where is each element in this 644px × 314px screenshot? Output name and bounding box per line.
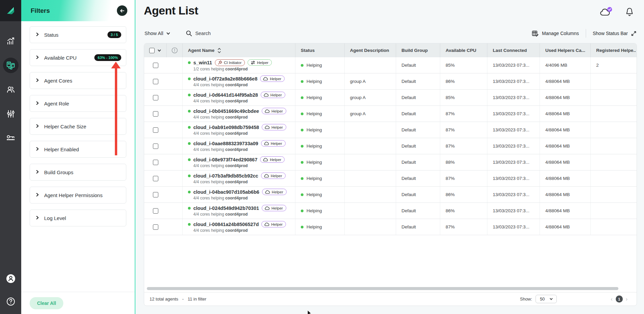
page-size-group: Show: 50 xyxy=(520,295,557,303)
filter-agent-role[interactable]: Agent Role xyxy=(30,95,126,112)
filter-helper-cache-size[interactable]: Helper Cache Size xyxy=(30,118,126,135)
badge-helper: Helper xyxy=(262,189,287,195)
table-row[interactable]: cloud_i-0b0451669c49cbdeeHelper4/4 cores… xyxy=(144,106,637,122)
header-available-cpu[interactable]: Available CPU xyxy=(440,43,487,57)
agent-description-cell: group A xyxy=(345,106,396,122)
notifications-button[interactable] xyxy=(625,7,634,17)
agent-name-cell: cloud_i-024d549d942b70301Helper4/4 cores… xyxy=(183,203,295,219)
nav-analytics-icon[interactable] xyxy=(3,33,19,49)
manage-columns-button[interactable]: Manage Columns xyxy=(532,30,579,37)
row-select-cell xyxy=(144,187,167,202)
row-checkbox[interactable] xyxy=(153,79,158,84)
app-logo[interactable] xyxy=(0,0,21,21)
nav-rail xyxy=(0,0,21,314)
clear-all-button[interactable]: Clear All xyxy=(30,297,63,309)
agent-name: cloud_i-0aae8883239733a09 xyxy=(193,141,258,146)
next-page-button[interactable]: › xyxy=(626,296,627,302)
agent-status-cell: Helping xyxy=(295,90,345,105)
row-checkbox[interactable] xyxy=(153,144,158,149)
table-row[interactable]: cloud_i-00841a24b8506527dHelper4/4 cores… xyxy=(144,219,637,235)
registered-helpers-cell xyxy=(591,154,637,170)
chevron-right-icon xyxy=(35,77,39,84)
prev-page-button[interactable]: ‹ xyxy=(611,296,612,302)
filter-available-cpu[interactable]: Available CPU63% - 100% xyxy=(30,49,126,66)
agent-name-cell: cloud_i-07b3af9db85cb92ccHelper4/4 cores… xyxy=(183,170,295,186)
filter-helper-enabled[interactable]: Helper Enabled xyxy=(30,141,126,158)
header-build-group[interactable]: Build Group xyxy=(396,43,440,57)
registered-helpers-cell xyxy=(591,106,637,122)
filter-label: Agent Cores xyxy=(44,78,72,84)
table-row[interactable]: s_win11CI InitiatorHelper1/2 cores helpi… xyxy=(144,57,637,73)
sort-icon[interactable] xyxy=(218,48,221,53)
filter-agent-cores[interactable]: Agent Cores xyxy=(30,72,126,89)
filter-build-groups[interactable]: Build Groups xyxy=(30,164,126,181)
row-checkbox[interactable] xyxy=(153,127,158,133)
online-dot xyxy=(188,207,191,210)
header-agent-name[interactable]: Agent Name xyxy=(183,43,295,57)
row-select-cell xyxy=(144,106,167,122)
agent-name-cell: cloud_i-0b0451669c49cbdeeHelper4/4 cores… xyxy=(183,106,295,122)
select-all-checkbox[interactable] xyxy=(149,48,155,53)
header-status[interactable]: Status xyxy=(295,43,345,57)
filter-agent-helper-permissions[interactable]: Agent Helper Permissions xyxy=(30,187,126,203)
table-row[interactable]: cloud_i-0aae8883239733a09Helper4/4 cores… xyxy=(144,138,637,154)
horizontal-scrollbar-thumb[interactable] xyxy=(147,287,618,290)
agent-name-cell: cloud_i-0d6441d144f95ab28Helper4/4 cores… xyxy=(183,90,295,105)
row-checkbox[interactable] xyxy=(153,192,158,197)
row-alert-cell xyxy=(167,219,183,235)
table-row[interactable]: cloud_i-07b3af9db85cb92ccHelper4/4 cores… xyxy=(144,170,637,187)
used-helpers-cache-cell: 4/88064 MB xyxy=(540,219,591,235)
agent-name: cloud_i-00841a24b8506527d xyxy=(193,222,259,227)
table-row[interactable]: cloud_i-04bac907d105ab6b6Helper4/4 cores… xyxy=(144,187,637,203)
table-row[interactable]: cloud_i-024d549d942b70301Helper4/4 cores… xyxy=(144,203,637,219)
table-row[interactable]: cloud_i-0ab91e098db759458Helper4/4 cores… xyxy=(144,122,637,138)
show-all-dropdown[interactable]: Show All xyxy=(144,31,170,36)
header-last-connected[interactable]: Last Connected xyxy=(487,43,540,57)
build-group-cell: Default xyxy=(396,187,440,202)
row-checkbox[interactable] xyxy=(153,111,158,117)
collapse-filters-button[interactable] xyxy=(117,5,127,16)
row-alert-cell xyxy=(167,203,183,219)
filter-log-level[interactable]: Log Level xyxy=(30,210,126,226)
available-cpu-cell: 85% xyxy=(440,90,487,105)
filter-status[interactable]: Status3 / 5 xyxy=(30,26,126,43)
last-connected-cell: 13/03/2023 07:3... xyxy=(487,187,540,202)
header-used-helpers[interactable]: Used Helpers Ca... xyxy=(540,43,591,57)
row-checkbox[interactable] xyxy=(153,160,158,165)
row-alert-cell xyxy=(167,154,183,170)
select-menu-chevron-icon[interactable] xyxy=(157,49,161,53)
row-checkbox[interactable] xyxy=(153,176,158,181)
row-checkbox[interactable] xyxy=(153,208,158,214)
filter-label: Agent Role xyxy=(44,101,69,106)
table-row[interactable]: cloud_i-08e973f74ed290867Helper4/4 cores… xyxy=(144,154,637,170)
cloud-sync-button[interactable] xyxy=(600,7,613,17)
header-description[interactable]: Agent Description xyxy=(345,43,396,57)
show-status-bar-button[interactable]: Show Status Bar xyxy=(593,31,637,36)
status-dot xyxy=(301,113,303,115)
header-registered-helpers[interactable]: Registered Helpe.. xyxy=(591,43,637,57)
nav-users-icon[interactable] xyxy=(3,82,19,97)
nav-agents-icon[interactable] xyxy=(3,58,19,73)
agent-status: Helping xyxy=(307,79,322,84)
table-row[interactable]: cloud_i-0f72a9a2e88b666e8Helper4/4 cores… xyxy=(144,73,637,90)
nav-account-icon[interactable] xyxy=(3,271,19,286)
status-dot xyxy=(301,64,303,67)
nav-help-icon[interactable] xyxy=(3,294,19,309)
agent-status-cell: Helping xyxy=(295,138,345,154)
online-dot xyxy=(188,77,191,80)
nav-settings-icon[interactable] xyxy=(3,106,19,122)
current-page-button[interactable]: 1 xyxy=(616,295,623,303)
row-checkbox[interactable] xyxy=(153,224,158,230)
page-size-select[interactable]: 50 xyxy=(536,295,557,303)
search-input[interactable] xyxy=(195,31,269,36)
agent-name: s_win11 xyxy=(193,60,212,65)
row-checkbox[interactable] xyxy=(153,95,158,100)
available-cpu-cell: 88% xyxy=(440,154,487,170)
row-checkbox[interactable] xyxy=(153,63,158,68)
last-connected-cell: 13/03/2023 07:3... xyxy=(487,57,540,73)
top-icons xyxy=(600,7,634,17)
nav-license-key-icon[interactable] xyxy=(3,130,19,146)
table-row[interactable]: cloud_i-0d6441d144f95ab28Helper4/4 cores… xyxy=(144,90,637,106)
arrow-left-icon xyxy=(120,8,125,13)
row-select-cell xyxy=(144,219,167,235)
